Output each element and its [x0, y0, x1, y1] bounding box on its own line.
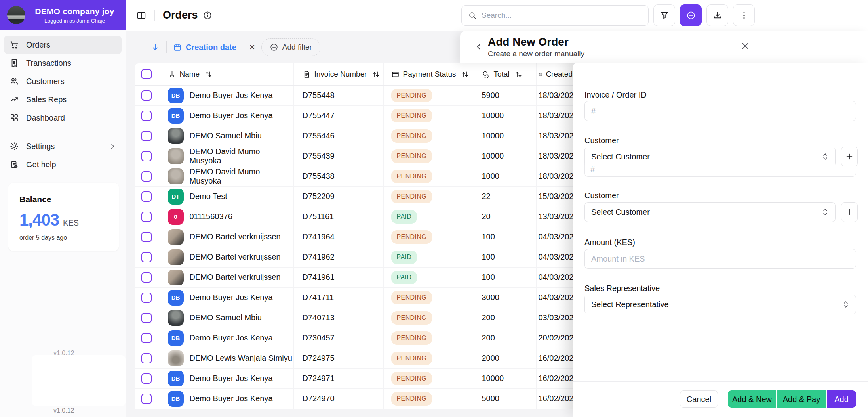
export-button[interactable]	[706, 4, 728, 26]
table-row[interactable]: DT Demo Test D752209 PENDING 22 15/03/20…	[135, 186, 573, 207]
customer-name: DEMO Bartel verkruijssen	[190, 252, 281, 262]
customer-select-value: Select Customer	[591, 152, 650, 161]
row-checkbox[interactable]	[141, 131, 152, 141]
row-checkbox[interactable]	[141, 151, 152, 161]
table-row[interactable]: DEMO Bartel verkruijssen D741964 PENDING…	[135, 227, 573, 247]
search-input[interactable]	[482, 11, 642, 20]
active-filter-label: Creation date	[186, 43, 236, 52]
add-and-new-button[interactable]: Add & New	[728, 390, 776, 408]
column-header-total[interactable]: Total	[494, 70, 510, 78]
add-customer-button[interactable]	[841, 147, 858, 166]
table-row[interactable]: DEMO David Mumo Musyoka D755439 PENDING …	[135, 146, 573, 166]
row-checkbox[interactable]	[141, 90, 152, 101]
column-header-created[interactable]: Created	[546, 70, 573, 78]
created-date: 04/03/2026	[536, 227, 573, 247]
table-row[interactable]: DEMO Lewis Wanjala Simiyu D724975 PENDIN…	[135, 348, 573, 368]
table-row[interactable]: DEMO Samuel Mbiu D740713 PENDING 200 03/…	[135, 308, 573, 328]
table-header-row: Name Invoice Number Payment Status Total	[135, 63, 573, 85]
info-icon[interactable]	[203, 11, 212, 20]
table-row[interactable]: DEMO Bartel verkruijssen D741961 PAID 10…	[135, 267, 573, 287]
filter-button[interactable]	[653, 4, 675, 26]
cancel-button[interactable]: Cancel	[680, 390, 718, 408]
row-checkbox[interactable]	[141, 171, 152, 182]
sales-rep-select[interactable]: Select Representative	[584, 295, 856, 314]
column-header-name[interactable]: Name	[180, 70, 200, 78]
row-checkbox[interactable]	[141, 293, 152, 303]
row-checkbox[interactable]	[141, 252, 152, 262]
row-checkbox[interactable]	[141, 394, 152, 404]
invoice-id-input[interactable]	[584, 101, 856, 121]
row-checkbox[interactable]	[141, 373, 152, 384]
created-date: 16/02/2026	[536, 348, 573, 368]
column-header-invoice[interactable]: Invoice Number	[314, 70, 367, 78]
avatar: DB	[168, 371, 184, 386]
trend-up-icon	[10, 95, 19, 104]
status-badge: PENDING	[391, 352, 432, 365]
add-button[interactable]: Add	[827, 390, 856, 408]
table-row[interactable]: DB Demo Buyer Jos Kenya D724971 PENDING …	[135, 368, 573, 388]
table-row[interactable]: DB Demo Buyer Jos Kenya D741711 PENDING …	[135, 287, 573, 308]
table-row[interactable]: DEMO David Mumo Musyoka D755438 PENDING …	[135, 166, 573, 186]
column-header-status[interactable]: Payment Status	[403, 70, 456, 78]
add-and-pay-button[interactable]: Add & Pay	[776, 390, 826, 408]
credit-card-icon	[391, 70, 400, 78]
sidebar-item-label: Orders	[26, 40, 50, 50]
amount-input[interactable]	[584, 249, 856, 269]
sidebar-item-dashboard[interactable]: Dashboard	[4, 109, 122, 127]
row-checkbox[interactable]	[141, 191, 152, 202]
row-checkbox[interactable]	[141, 313, 152, 323]
remove-filter-button[interactable]: ×	[249, 42, 255, 52]
panel-toggle-icon[interactable]	[136, 10, 147, 21]
table-row[interactable]: DEMO Samuel Mbiu D755446 PENDING 10000 1…	[135, 126, 573, 146]
sidebar-item-settings[interactable]: Settings	[4, 137, 122, 155]
sidebar-item-customers[interactable]: Customers	[4, 72, 122, 90]
sort-icon[interactable]	[514, 70, 523, 78]
customer-select[interactable]: Select Customer	[584, 147, 836, 166]
table-row[interactable]: DB Demo Buyer Jos Kenya D755447 PENDING …	[135, 105, 573, 126]
add-filter-button[interactable]: Add filter	[261, 38, 320, 56]
calendar-icon	[173, 43, 182, 52]
sort-icon[interactable]	[204, 70, 213, 78]
row-checkbox[interactable]	[141, 333, 152, 343]
table-row[interactable]: DEMO Bartel verkruijssen D741962 PAID 10…	[135, 247, 573, 267]
company-avatar[interactable]	[7, 6, 25, 24]
created-date: 13/03/2026	[536, 207, 573, 227]
customer2-select[interactable]: Select Customer	[584, 202, 836, 222]
row-checkbox[interactable]	[141, 353, 152, 363]
sidebar-item-sales-reps[interactable]: Sales Reps	[4, 90, 122, 109]
amount-label: Amount (KES)	[584, 238, 635, 247]
table-row[interactable]: DB Demo Buyer Jos Kenya D730457 PENDING …	[135, 328, 573, 348]
active-filter-chip[interactable]: Creation date	[173, 43, 236, 52]
row-checkbox[interactable]	[141, 232, 152, 242]
table-row[interactable]: DB Demo Buyer Jos Kenya D755448 PENDING …	[135, 85, 573, 105]
add-customer2-button[interactable]	[841, 202, 858, 222]
kebab-icon	[739, 11, 749, 20]
table-row[interactable]: 0 0111560376 D751161 PAID 20 13/03/2026	[135, 207, 573, 227]
topbar-divider	[154, 10, 155, 21]
more-options-button[interactable]	[733, 4, 755, 26]
sort-icon[interactable]	[372, 70, 380, 78]
row-checkbox[interactable]	[141, 212, 152, 222]
table-row[interactable]: DB Demo Buyer Jos Kenya D724970 PENDING …	[135, 388, 573, 409]
sort-icon[interactable]	[461, 70, 469, 78]
close-icon[interactable]	[740, 40, 751, 52]
customer-name: DEMO Bartel verkruijssen	[190, 232, 281, 241]
order-total: 5000	[474, 388, 536, 409]
customer-name: Demo Buyer Jos Kenya	[190, 293, 273, 302]
sidebar-item-transactions[interactable]: Transactions	[4, 54, 122, 72]
page-title: Orders	[163, 9, 198, 21]
add-filter-label: Add filter	[282, 43, 312, 52]
add-order-button[interactable]	[680, 4, 702, 26]
row-checkbox[interactable]	[141, 272, 152, 283]
sidebar-item-label: Get help	[26, 160, 56, 169]
customer-name: 0111560376	[190, 212, 232, 221]
sort-direction-icon[interactable]	[150, 42, 160, 52]
created-date: 16/02/2026	[536, 388, 573, 409]
row-checkbox[interactable]	[141, 111, 152, 121]
chevron-left-icon[interactable]	[474, 42, 483, 51]
sidebar-item-orders[interactable]: Orders	[4, 36, 122, 54]
select-all-checkbox[interactable]	[141, 69, 152, 79]
invoice-number: D741962	[293, 247, 383, 267]
sidebar-item-get-help[interactable]: Get help	[4, 155, 122, 174]
calendar-icon	[539, 70, 542, 78]
